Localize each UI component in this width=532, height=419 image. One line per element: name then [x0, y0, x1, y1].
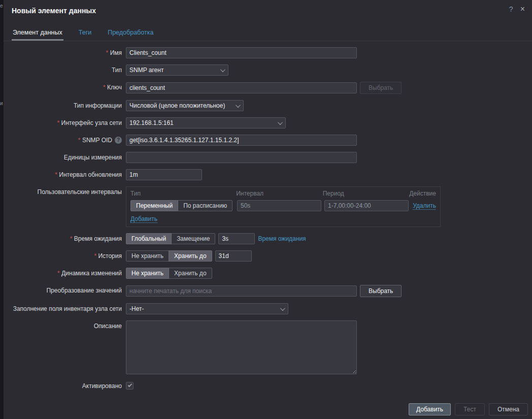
snmp-oid-label: SNMP OID	[78, 135, 112, 146]
key-label: Ключ	[103, 82, 122, 93]
dialog-title: Новый элемент данных	[12, 7, 96, 15]
key-select-button: Выбрать	[360, 82, 402, 94]
chevron-down-icon	[280, 306, 285, 311]
description-label: Описание	[94, 320, 122, 332]
custom-intervals-label: Пользовательские интервалы	[38, 186, 122, 198]
history-segmented: Не хранить Хранить до	[126, 250, 212, 262]
type-label: Тип	[112, 65, 122, 76]
dialog-footer: Добавить Тест Отмена	[409, 403, 528, 415]
checkmark-icon	[128, 383, 132, 387]
custom-intervals-header: Тип Интервал Период Действие	[130, 190, 436, 200]
custom-interval-row: Переменный По расписанию	[130, 200, 436, 215]
tab-tags[interactable]: Теги	[78, 26, 92, 41]
valuemap-select-button[interactable]: Выбрать	[360, 285, 402, 297]
timeout-settings-link[interactable]: Время ожидания	[258, 235, 306, 242]
trends-segmented: Не хранить Хранить до	[126, 268, 212, 279]
enabled-checkbox[interactable]	[126, 382, 134, 390]
item-form: Имя Тип SNMP агент Ключ Выбрат	[4, 41, 532, 392]
history-input[interactable]	[215, 250, 252, 262]
interface-select[interactable]: 192.168.1.5:161	[126, 117, 286, 128]
test-button: Тест	[455, 403, 485, 415]
update-interval-label: Интервал обновления	[55, 169, 122, 180]
history-store-up-to[interactable]: Хранить до	[169, 250, 212, 262]
interval-type-flexible[interactable]: Переменный	[130, 200, 178, 211]
form-row-valuemap: Преобразование значений Выбрать	[4, 285, 532, 297]
column-period: Период	[323, 190, 410, 197]
inventory-select[interactable]: -Нет-	[126, 303, 288, 314]
form-row-trends: Динамика изменений Не хранить Хранить до	[4, 268, 532, 279]
inventory-label: Заполнение поля инвентаря узла сети	[13, 303, 122, 314]
interval-type-segmented: Переменный По расписанию	[130, 200, 232, 211]
chevron-down-icon	[278, 120, 283, 125]
form-row-history: История Не хранить Хранить до	[4, 250, 532, 262]
form-row-description: Описание	[4, 320, 532, 374]
inventory-select-value: -Нет-	[129, 305, 144, 312]
form-row-key: Ключ Выбрать	[4, 82, 532, 94]
close-icon[interactable]: ×	[520, 6, 525, 13]
cancel-button[interactable]: Отмена	[489, 403, 528, 415]
tab-item[interactable]: Элемент данных	[12, 26, 63, 41]
info-type-select[interactable]: Числовой (целое положительное)	[126, 100, 244, 111]
add-interval-link[interactable]: Добавить	[130, 215, 157, 222]
trends-do-not-store[interactable]: Не хранить	[126, 268, 169, 279]
new-item-dialog: Новый элемент данных ? × Элемент данных …	[4, 0, 532, 419]
form-row-update-interval: Интервал обновления	[4, 169, 532, 180]
period-value-input[interactable]	[324, 200, 409, 211]
description-textarea[interactable]	[126, 320, 357, 374]
form-row-type: Тип SNMP агент	[4, 65, 532, 76]
form-row-info-type: Тип информации Числовой (целое положител…	[4, 100, 532, 111]
form-row-name: Имя	[4, 47, 532, 58]
form-row-custom-intervals: Пользовательские интервалы Тип Интервал …	[4, 186, 532, 227]
interface-select-value: 192.168.1.5:161	[129, 119, 174, 126]
valuemap-label: Преобразование значений	[46, 285, 122, 296]
form-row-enabled: Активировано	[4, 380, 532, 392]
history-label: История	[94, 250, 122, 262]
timeout-input[interactable]	[218, 233, 255, 244]
history-do-not-store[interactable]: Не хранить	[126, 250, 169, 262]
trends-store-up-to[interactable]: Хранить до	[169, 268, 212, 279]
screen: е и Новый элемент данных ? × Элемент дан…	[0, 0, 532, 419]
chevron-down-icon	[236, 103, 241, 108]
remove-interval-link[interactable]: Удалить	[413, 202, 436, 209]
type-select-value: SNMP агент	[129, 67, 163, 74]
column-action: Действие	[409, 190, 436, 197]
interval-type-scheduling[interactable]: По расписанию	[178, 200, 232, 211]
form-row-interface: Интерфейс узла сети 192.168.1.5:161	[4, 117, 532, 128]
custom-intervals-table: Тип Интервал Период Действие Переменный …	[126, 186, 441, 227]
background-text-fragment: е	[0, 3, 3, 9]
interface-label: Интерфейс узла сети	[57, 117, 122, 128]
dialog-tabs: Элемент данных Теги Предобработка	[4, 15, 532, 41]
timeout-override[interactable]: Замещение	[171, 233, 215, 244]
form-row-snmp-oid: SNMP OID ?	[4, 135, 532, 146]
enabled-label: Активировано	[82, 380, 122, 392]
form-row-units: Единицы измерения	[4, 152, 532, 163]
units-input[interactable]	[126, 152, 357, 163]
column-type: Тип	[130, 190, 236, 197]
form-row-inventory: Заполнение поля инвентаря узла сети -Нет…	[4, 303, 532, 314]
background-page-sliver: е и	[0, 0, 4, 419]
chevron-down-icon	[220, 67, 225, 72]
add-button[interactable]: Добавить	[409, 403, 451, 415]
help-icon[interactable]: ?	[509, 5, 513, 13]
type-select[interactable]: SNMP агент	[126, 65, 228, 76]
trends-label: Динамика изменений	[57, 268, 122, 279]
key-input[interactable]	[126, 82, 357, 93]
tab-preprocessing[interactable]: Предобработка	[107, 26, 154, 41]
timeout-segmented: Глобальный Замещение	[126, 233, 215, 244]
column-interval: Интервал	[236, 190, 323, 197]
background-text-fragment: и	[0, 101, 3, 106]
update-interval-input[interactable]	[126, 169, 202, 180]
dialog-header: Новый элемент данных ? ×	[4, 0, 532, 15]
timeout-global[interactable]: Глобальный	[126, 233, 172, 244]
question-circle-icon[interactable]: ?	[115, 137, 122, 144]
info-type-label: Тип информации	[74, 100, 122, 111]
form-row-timeout: Время ожидания Глобальный Замещение Врем…	[4, 233, 532, 244]
name-input[interactable]	[126, 47, 357, 58]
timeout-label: Время ожидания	[70, 233, 122, 244]
units-label: Единицы измерения	[64, 152, 122, 163]
name-label: Имя	[106, 47, 122, 58]
info-type-select-value: Числовой (целое положительное)	[129, 102, 225, 109]
interval-value-input[interactable]	[237, 200, 321, 211]
valuemap-input[interactable]	[126, 285, 357, 297]
snmp-oid-input[interactable]	[126, 135, 357, 146]
